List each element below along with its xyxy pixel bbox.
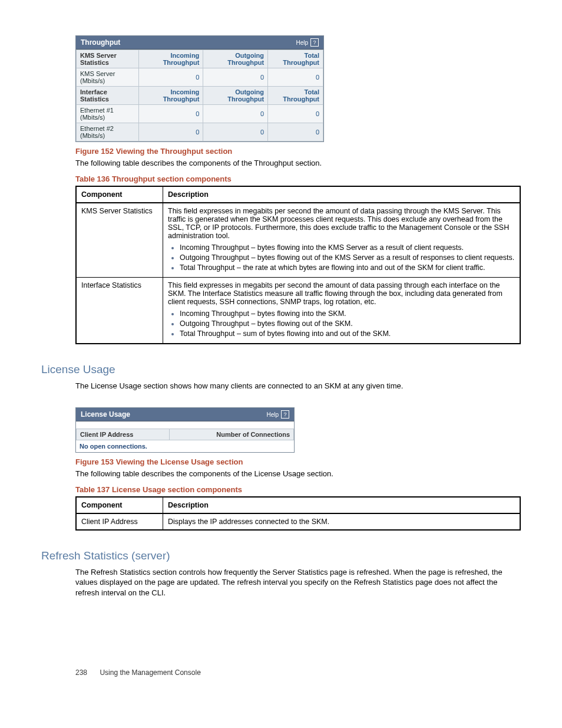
desc-intro: This field expresses in megabits per sec… [168, 281, 503, 306]
page-footer: 238 Using the Management Console [75, 668, 521, 677]
th-component: Component [76, 497, 163, 513]
table-caption: Table 136 Throughput section components [75, 174, 521, 183]
table-137: Component Description Client IP Address … [75, 496, 521, 531]
table-row-label: Ethernet #2 (Mbits/s) [77, 123, 139, 141]
col-header: Incoming Throughput [138, 50, 203, 68]
component-cell: Client IP Address [76, 513, 163, 530]
th-component: Component [76, 186, 163, 203]
cell: 0 [138, 105, 203, 123]
list-item: Incoming Throughput – bytes flowing into… [180, 243, 515, 252]
throughput-table: KMS Server Statistics Incoming Throughpu… [76, 50, 323, 141]
cell: 0 [138, 68, 203, 87]
body-text: The following table describes the compon… [75, 158, 521, 169]
help-link[interactable]: Help ? [296, 38, 319, 47]
panel-header: License Usage Help ? [76, 408, 294, 421]
table-caption: Table 137 License Usage section componen… [75, 485, 521, 494]
col-header: Client IP Address [77, 429, 170, 440]
cell: 0 [203, 68, 268, 87]
figure-caption: Figure 152 Viewing the Throughput sectio… [75, 147, 521, 156]
desc-list: Incoming Throughput – bytes flowing into… [168, 243, 515, 272]
table-row-label: KMS Server (Mbits/s) [77, 68, 139, 87]
cell: 0 [268, 68, 323, 87]
body-text: The following table describes the compon… [75, 469, 521, 479]
description-cell: This field expresses in megabits per sec… [163, 203, 521, 278]
component-cell: KMS Server Statistics [76, 203, 163, 278]
description-cell: Displays the IP addresses connected to t… [163, 513, 521, 530]
body-text: The Refresh Statistics section controls … [75, 567, 521, 598]
no-open-connections: No open connections. [76, 440, 294, 452]
license-usage-panel: License Usage Help ? Client IP Address N… [75, 407, 295, 453]
section-heading-refresh: Refresh Statistics (server) [41, 549, 521, 562]
table-row-label: Ethernet #1 (Mbits/s) [77, 105, 139, 123]
page-number: 238 [75, 668, 87, 677]
cell: 0 [138, 123, 203, 141]
panel-title: Throughput [81, 38, 120, 47]
table-row-label: KMS Server Statistics [77, 50, 139, 68]
cell: 0 [268, 105, 323, 123]
panel-header: Throughput Help ? [76, 36, 323, 50]
cell: 0 [203, 105, 268, 123]
col-header: Number of Connections [170, 429, 294, 440]
col-header: Incoming Throughput [138, 87, 203, 105]
table-row-label: Interface Statistics [77, 87, 139, 105]
panel-title: License Usage [81, 410, 130, 419]
list-item: Incoming Throughput – bytes flowing into… [180, 309, 515, 318]
help-label: Help [266, 411, 279, 418]
th-description: Description [163, 497, 521, 513]
help-icon: ? [281, 410, 289, 419]
cell: 0 [203, 123, 268, 141]
desc-list: Incoming Throughput – bytes flowing into… [168, 309, 515, 338]
help-icon: ? [310, 38, 319, 47]
component-cell: Interface Statistics [76, 277, 163, 344]
col-header: Total Throughput [268, 50, 323, 68]
table-row: KMS Server Statistics This field express… [76, 203, 520, 278]
col-header: Outgoing Throughput [203, 50, 268, 68]
body-text: The License Usage section shows how many… [75, 381, 521, 391]
col-header: Outgoing Throughput [203, 87, 268, 105]
col-header: Total Throughput [268, 87, 323, 105]
list-item: Total Throughput – sum of bytes flowing … [180, 330, 515, 338]
desc-intro: This field expresses in megabits per sec… [168, 207, 509, 240]
table-row: Client IP Address Displays the IP addres… [76, 513, 520, 530]
footer-title: Using the Management Console [100, 668, 200, 677]
license-table: Client IP Address Number of Connections [76, 429, 294, 440]
list-item: Outgoing Throughput – bytes flowing out … [180, 253, 515, 262]
section-heading-license: License Usage [41, 363, 521, 376]
description-cell: This field expresses in megabits per sec… [163, 277, 521, 344]
table-row: Interface Statistics This field expresse… [76, 277, 520, 344]
cell: 0 [268, 123, 323, 141]
throughput-panel: Throughput Help ? KMS Server Statistics … [75, 35, 324, 142]
help-label: Help [296, 39, 308, 46]
table-136: Component Description KMS Server Statist… [75, 186, 521, 344]
list-item: Total Throughput – the rate at which byt… [180, 263, 515, 272]
help-link[interactable]: Help ? [266, 410, 289, 419]
figure-caption: Figure 153 Viewing the License Usage sec… [75, 457, 521, 466]
th-description: Description [163, 186, 521, 203]
list-item: Outgoing Throughput – bytes flowing out … [180, 319, 515, 328]
